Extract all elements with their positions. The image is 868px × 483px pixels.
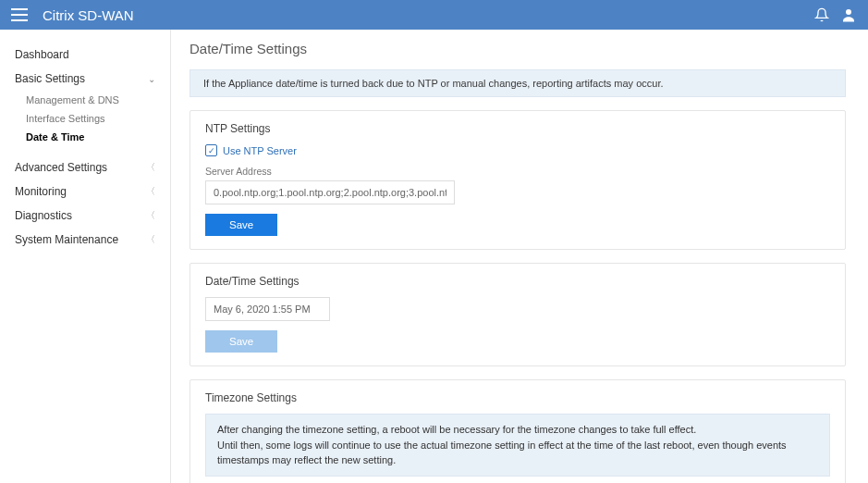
sidebar-item-label: Advanced Settings <box>15 161 107 174</box>
panel-title: NTP Settings <box>205 122 830 135</box>
sidebar-item-date-time[interactable]: Date & Time <box>0 128 170 146</box>
server-address-input[interactable] <box>205 180 455 204</box>
chevron-down-icon: ⌄ <box>148 74 155 84</box>
product-title: Citrix SD-WAN <box>43 7 134 23</box>
tz-info-line: After changing the timezone setting, a r… <box>217 422 818 438</box>
use-ntp-checkbox-row[interactable]: ✓ Use NTP Server <box>205 144 830 156</box>
ntp-save-button[interactable]: Save <box>205 214 277 236</box>
chevron-right-icon: 〈 <box>146 161 155 174</box>
panel-title: Timezone Settings <box>205 391 830 404</box>
sidebar-item-label: System Maintenance <box>15 233 118 246</box>
chevron-right-icon: 〈 <box>146 209 155 222</box>
sidebar-item-basic-settings[interactable]: Basic Settings ⌄ <box>0 67 170 91</box>
tz-info-line: Until then, some logs will continue to u… <box>217 438 818 468</box>
content: Date/Time Settings If the Appliance date… <box>171 30 868 483</box>
datetime-save-button: Save <box>205 330 277 353</box>
sidebar-item-interface-settings[interactable]: Interface Settings <box>0 109 170 128</box>
sidebar-item-management-dns[interactable]: Management & DNS <box>0 91 170 109</box>
timezone-settings-panel: Timezone Settings After changing the tim… <box>189 379 846 483</box>
user-icon[interactable] <box>840 6 857 23</box>
sidebar-item-dashboard[interactable]: Dashboard <box>0 43 170 67</box>
panel-title: Date/Time Settings <box>205 275 830 288</box>
ntp-settings-panel: NTP Settings ✓ Use NTP Server Server Add… <box>189 110 846 250</box>
sidebar-item-monitoring[interactable]: Monitoring 〈 <box>0 180 170 204</box>
page-title: Date/Time Settings <box>189 41 846 56</box>
chevron-right-icon: 〈 <box>146 233 155 246</box>
datetime-input[interactable] <box>205 297 330 321</box>
timezone-info-banner: After changing the timezone setting, a r… <box>205 414 830 477</box>
server-address-label: Server Address <box>205 166 830 177</box>
menu-icon[interactable] <box>11 8 28 21</box>
sidebar-item-label: Dashboard <box>15 48 69 61</box>
sidebar-item-diagnostics[interactable]: Diagnostics 〈 <box>0 204 170 228</box>
checkbox-label: Use NTP Server <box>223 145 297 156</box>
sidebar-item-advanced-settings[interactable]: Advanced Settings 〈 <box>0 155 170 180</box>
datetime-settings-panel: Date/Time Settings Save <box>189 263 846 366</box>
notifications-icon[interactable] <box>814 7 829 22</box>
sidebar-item-system-maintenance[interactable]: System Maintenance 〈 <box>0 228 170 252</box>
page-warning-banner: If the Appliance date/time is turned bac… <box>189 69 846 97</box>
svg-point-0 <box>846 9 851 15</box>
sidebar-item-label: Basic Settings <box>15 72 85 85</box>
chevron-right-icon: 〈 <box>146 185 155 198</box>
topbar: Citrix SD-WAN <box>0 0 868 30</box>
checkbox-checked-icon[interactable]: ✓ <box>205 144 217 156</box>
sidebar: Dashboard Basic Settings ⌄ Management & … <box>0 30 171 483</box>
sidebar-item-label: Diagnostics <box>15 209 72 222</box>
sidebar-item-label: Monitoring <box>15 185 67 198</box>
